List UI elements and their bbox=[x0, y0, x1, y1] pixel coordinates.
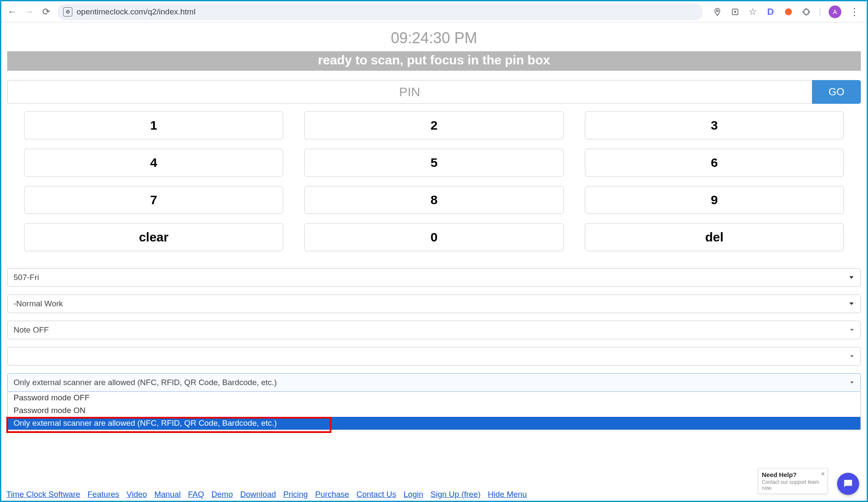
help-card[interactable]: × Need Help? Contact our support team no… bbox=[758, 468, 828, 494]
footer-link-software[interactable]: Time Clock Software bbox=[6, 490, 80, 499]
help-title: Need Help? bbox=[762, 471, 824, 478]
footer-link-manual[interactable]: Manual bbox=[154, 490, 181, 499]
footer-link-signup[interactable]: Sign Up (free) bbox=[430, 490, 480, 499]
chat-fab[interactable] bbox=[837, 473, 859, 495]
separator: | bbox=[819, 7, 821, 17]
toolbar-right: ☆ D | A ⋮ bbox=[712, 6, 862, 18]
extension-jigsaw-icon[interactable] bbox=[783, 7, 794, 17]
chat-icon bbox=[842, 478, 854, 490]
key-clear[interactable]: clear bbox=[24, 223, 283, 251]
footer-link-faq[interactable]: FAQ bbox=[188, 490, 204, 499]
note-select[interactable]: Note OFF bbox=[7, 321, 861, 339]
pin-row: GO bbox=[7, 80, 861, 104]
key-8[interactable]: 8 bbox=[304, 186, 563, 214]
install-icon[interactable] bbox=[730, 7, 740, 17]
back-button[interactable]: ← bbox=[6, 6, 18, 18]
scanner-select-value: Only external scanner are allowed (NFC, … bbox=[14, 378, 277, 387]
scanner-option-external-only[interactable]: Only external scanner are allowed (NFC, … bbox=[8, 417, 860, 430]
scanner-dropdown-menu: Password mode OFF Password mode ON Only … bbox=[7, 391, 861, 430]
scan-banner: ready to scan, put focus in the pin box bbox=[7, 51, 861, 71]
footer-link-login[interactable]: Login bbox=[404, 490, 424, 499]
key-2[interactable]: 2 bbox=[304, 111, 563, 139]
bookmark-star-icon[interactable]: ☆ bbox=[748, 7, 758, 17]
extensions-puzzle-icon[interactable] bbox=[801, 7, 811, 17]
forward-button[interactable]: → bbox=[23, 6, 35, 18]
footer-link-download[interactable]: Download bbox=[240, 490, 276, 499]
help-subtitle: Contact our support team now. bbox=[762, 479, 824, 491]
chevron-down-icon bbox=[850, 355, 854, 358]
go-button[interactable]: GO bbox=[812, 80, 861, 104]
footer-link-hidemenu[interactable]: Hide Menu bbox=[488, 490, 527, 499]
footer-link-demo[interactable]: Demo bbox=[212, 490, 233, 499]
scanner-select-group: Only external scanner are allowed (NFC, … bbox=[7, 373, 861, 430]
pin-input[interactable] bbox=[7, 80, 812, 104]
key-del[interactable]: del bbox=[585, 223, 844, 251]
browser-menu-icon[interactable]: ⋮ bbox=[849, 7, 859, 17]
url-text: opentimeclock.com/q2/index.html bbox=[77, 7, 196, 17]
key-7[interactable]: 7 bbox=[24, 186, 283, 214]
footer-link-contact[interactable]: Contact Us bbox=[356, 490, 396, 499]
svg-point-0 bbox=[716, 10, 718, 11]
shift-select-value: 507-Fri bbox=[14, 273, 39, 282]
key-6[interactable]: 6 bbox=[585, 149, 844, 177]
footer-link-features[interactable]: Features bbox=[88, 490, 119, 499]
footer-link-pricing[interactable]: Pricing bbox=[283, 490, 308, 499]
footer-link-video[interactable]: Video bbox=[127, 490, 147, 499]
footer-link-purchase[interactable]: Purchase bbox=[315, 490, 349, 499]
close-icon[interactable]: × bbox=[821, 470, 825, 478]
key-0[interactable]: 0 bbox=[304, 223, 563, 251]
svg-point-2 bbox=[785, 8, 792, 15]
location-icon[interactable] bbox=[712, 7, 722, 17]
chevron-down-icon bbox=[849, 302, 854, 305]
shift-select[interactable]: 507-Fri bbox=[7, 268, 861, 287]
scanner-select[interactable]: Only external scanner are allowed (NFC, … bbox=[7, 373, 861, 392]
site-info-icon[interactable]: ⚙ bbox=[63, 7, 72, 17]
selects-column: 507-Fri -Normal Work Note OFF Only exter… bbox=[7, 268, 861, 430]
scanner-option-password-off[interactable]: Password mode OFF bbox=[8, 391, 860, 404]
reload-button[interactable]: ⟳ bbox=[40, 6, 52, 18]
profile-avatar[interactable]: A bbox=[829, 6, 841, 18]
key-5[interactable]: 5 bbox=[304, 149, 563, 177]
main-content: 09:24:30 PM ready to scan, put focus in … bbox=[1, 22, 867, 430]
browser-toolbar: ← → ⟳ ⚙ opentimeclock.com/q2/index.html … bbox=[1, 1, 867, 22]
key-3[interactable]: 3 bbox=[585, 111, 844, 139]
chevron-down-icon bbox=[850, 382, 854, 384]
scanner-option-password-on[interactable]: Password mode ON bbox=[8, 404, 860, 417]
worktype-select[interactable]: -Normal Work bbox=[7, 294, 861, 313]
note-select-value: Note OFF bbox=[14, 325, 49, 335]
worktype-select-value: -Normal Work bbox=[14, 299, 63, 308]
key-1[interactable]: 1 bbox=[24, 111, 283, 139]
key-4[interactable]: 4 bbox=[24, 149, 283, 177]
blank-select[interactable] bbox=[7, 347, 861, 366]
chevron-down-icon bbox=[849, 276, 854, 279]
key-9[interactable]: 9 bbox=[585, 186, 844, 214]
keypad: 1 2 3 4 5 6 7 8 9 clear 0 del bbox=[7, 111, 861, 251]
footer-links: Time Clock Software Features Video Manua… bbox=[6, 490, 532, 499]
url-bar[interactable]: ⚙ opentimeclock.com/q2/index.html bbox=[57, 3, 703, 20]
extension-d-icon[interactable]: D bbox=[766, 7, 776, 17]
chevron-down-icon bbox=[850, 329, 854, 331]
clock-display: 09:24:30 PM bbox=[7, 27, 861, 51]
